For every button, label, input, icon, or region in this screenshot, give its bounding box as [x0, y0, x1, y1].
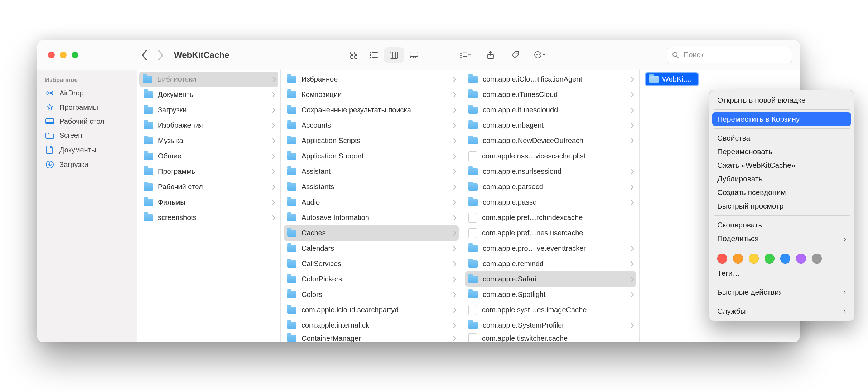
- folder-row[interactable]: Colors: [281, 287, 462, 302]
- sidebar-item-screen[interactable]: Screen: [37, 128, 137, 142]
- tag-color[interactable]: [733, 254, 743, 264]
- menu-duplicate[interactable]: Дублировать: [709, 172, 854, 186]
- minimize-window-button[interactable]: [60, 52, 67, 58]
- menu-tags-more[interactable]: Теги…: [709, 266, 854, 280]
- tag-color[interactable]: [749, 254, 759, 264]
- folder-row[interactable]: CallServices: [281, 256, 462, 271]
- folder-row[interactable]: com.apple.NewDeviceOutreach: [462, 133, 639, 148]
- folder-row[interactable]: Общие: [137, 148, 280, 164]
- sidebar-item-applications[interactable]: Программы: [37, 100, 137, 114]
- folder-row[interactable]: com.apple.icloud.searchpartyd: [281, 302, 462, 318]
- menu-compress[interactable]: Сжать «WebKitCache»: [709, 158, 854, 172]
- more-actions-button[interactable]: [531, 47, 550, 63]
- folder-row[interactable]: Документы: [137, 87, 280, 102]
- chevron-right-icon: [631, 276, 634, 282]
- folder-row[interactable]: Caches: [284, 225, 459, 241]
- folder-row[interactable]: com.apple.Safari: [465, 271, 636, 287]
- sidebar-item-downloads[interactable]: Загрузки: [37, 157, 137, 172]
- folder-row[interactable]: Рабочий стол: [137, 179, 280, 195]
- folder-row[interactable]: com.apple.SystemProfiler: [462, 318, 639, 333]
- item-name: Рабочий стол: [158, 183, 267, 191]
- tag-color[interactable]: [796, 254, 806, 264]
- sidebar-item-desktop[interactable]: Рабочий стол: [37, 114, 137, 128]
- folder-row[interactable]: Application Scripts: [281, 133, 462, 148]
- column-0[interactable]: БиблиотекиДокументыЗагрузкиИзображенияМу…: [137, 70, 281, 342]
- forward-button[interactable]: [158, 50, 164, 60]
- file-row[interactable]: com.apple.syst…es.imageCache: [462, 302, 639, 318]
- folder-row[interactable]: com.apple.iTunesCloud: [462, 87, 639, 102]
- folder-row[interactable]: Accounts: [281, 118, 462, 133]
- menu-get-info[interactable]: Свойства: [709, 131, 854, 145]
- folder-row[interactable]: Библиотеки: [139, 72, 278, 87]
- tags-button[interactable]: [506, 47, 525, 63]
- file-row[interactable]: com.apple.tiswitcher.cache: [462, 333, 639, 342]
- menu-share[interactable]: Поделиться›: [709, 232, 854, 245]
- folder-row[interactable]: Сохраненные результаты поиска: [281, 102, 462, 118]
- folder-row[interactable]: ColorPickers: [281, 271, 462, 287]
- divider: [137, 40, 137, 70]
- folder-row[interactable]: com.apple.nbagent: [462, 118, 639, 133]
- back-button[interactable]: [141, 50, 148, 60]
- folder-row[interactable]: com.apple.passd: [462, 195, 639, 210]
- tag-color[interactable]: [780, 254, 790, 264]
- folder-row[interactable]: Application Support: [281, 148, 462, 164]
- folder-icon: [287, 153, 296, 160]
- folder-row[interactable]: com.apple.internal.ck: [281, 318, 462, 333]
- column-2[interactable]: com.apple.iClo…tificationAgentcom.apple.…: [462, 70, 640, 342]
- menu-make-alias[interactable]: Создать псевдоним: [709, 186, 854, 199]
- titlebar: WebKitCache: [37, 40, 800, 70]
- folder-row[interactable]: Audio: [281, 195, 462, 210]
- menu-move-to-trash[interactable]: Переместить в Корзину: [712, 112, 851, 126]
- column-view-button[interactable]: [384, 47, 404, 63]
- tag-color[interactable]: [765, 254, 775, 264]
- item-name: Избранное: [302, 75, 448, 83]
- folder-row[interactable]: Autosave Information: [281, 210, 462, 225]
- folder-row[interactable]: com.apple.nsurlsessiond: [462, 164, 639, 179]
- menu-open-new-tab[interactable]: Открыть в новой вкладке: [709, 93, 854, 107]
- folder-row[interactable]: Музыка: [137, 133, 280, 148]
- icon-view-button[interactable]: [344, 47, 364, 63]
- search-input[interactable]: [683, 50, 787, 59]
- folder-row[interactable]: Assistants: [281, 179, 462, 195]
- gallery-view-button[interactable]: [404, 47, 424, 63]
- folder-row[interactable]: Assistant: [281, 164, 462, 179]
- search-field[interactable]: [667, 47, 792, 63]
- sidebar-item-documents[interactable]: Документы: [37, 142, 137, 157]
- folder-row[interactable]: Избранное: [281, 72, 462, 87]
- folder-row[interactable]: com.apple.itunescloudd: [462, 102, 639, 118]
- menu-rename[interactable]: Переименовать: [709, 145, 854, 158]
- folder-row[interactable]: Изображения: [137, 118, 280, 133]
- folder-row[interactable]: Загрузки: [137, 102, 280, 118]
- selected-folder-pill[interactable]: WebKit…: [645, 72, 699, 86]
- folder-row[interactable]: com.apple.parsecd: [462, 179, 639, 195]
- folder-row[interactable]: Композиции: [281, 87, 462, 102]
- folder-row[interactable]: screenshots: [137, 210, 280, 225]
- folder-row[interactable]: com.apple.iClo…tificationAgent: [462, 72, 639, 87]
- folder-row[interactable]: com.apple.Spotlight: [462, 287, 639, 302]
- tag-color[interactable]: [812, 254, 822, 264]
- menu-quick-look[interactable]: Быстрый просмотр: [709, 199, 854, 213]
- list-view-button[interactable]: [364, 47, 384, 63]
- folder-icon: [144, 107, 153, 114]
- close-window-button[interactable]: [48, 52, 55, 58]
- file-row[interactable]: com.apple.nss…vicescache.plist: [462, 148, 639, 164]
- file-row[interactable]: com.apple.pref…nes.usercache: [462, 225, 639, 241]
- folder-row[interactable]: ContainerManager: [281, 333, 462, 342]
- column-1[interactable]: ИзбранноеКомпозицииСохраненные результат…: [281, 70, 462, 342]
- share-button[interactable]: [481, 47, 500, 63]
- menu-quick-actions[interactable]: Быстрые действия›: [709, 285, 854, 299]
- item-name: Application Support: [302, 152, 448, 160]
- folder-row[interactable]: com.apple.remindd: [462, 256, 639, 271]
- group-by-button[interactable]: [456, 47, 475, 63]
- folder-row[interactable]: Программы: [137, 164, 280, 179]
- tag-color[interactable]: [717, 254, 727, 264]
- folder-row[interactable]: Calendars: [281, 241, 462, 256]
- chevron-right-icon: [273, 77, 276, 82]
- file-row[interactable]: com.apple.pref…rchindexcache: [462, 210, 639, 225]
- menu-copy[interactable]: Скопировать: [709, 218, 854, 232]
- folder-row[interactable]: Фильмы: [137, 195, 280, 210]
- fullscreen-window-button[interactable]: [72, 52, 78, 58]
- sidebar-item-airdrop[interactable]: AirDrop: [37, 86, 137, 100]
- menu-services[interactable]: Службы›: [709, 304, 854, 318]
- folder-row[interactable]: com.apple.pro…ive.eventtracker: [462, 241, 639, 256]
